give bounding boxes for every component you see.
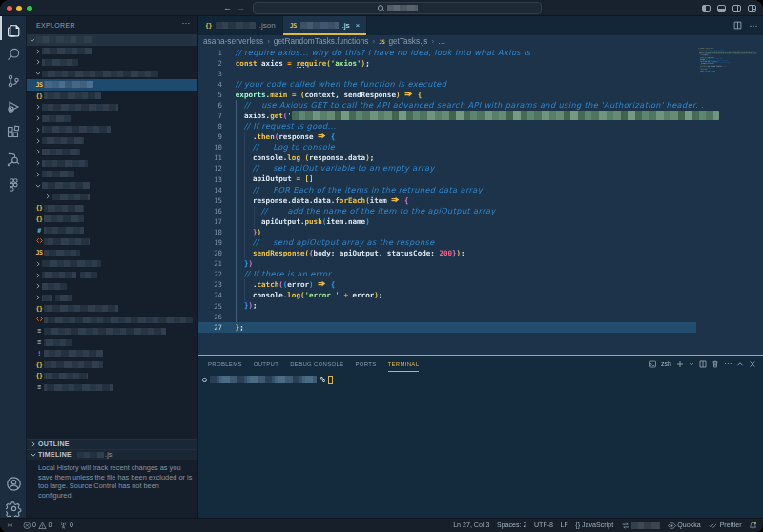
tree-folder-row[interactable] (27, 68, 197, 79)
nav-back-icon[interactable]: ← (223, 3, 232, 13)
tab-active[interactable]: JS.js× (283, 16, 368, 35)
command-center-search[interactable] (253, 2, 542, 14)
status-item-ports[interactable]: 0 (59, 522, 72, 530)
extensions-icon[interactable] (6, 125, 21, 140)
tree-folder-row[interactable] (27, 180, 197, 192)
hubspot-icon[interactable] (6, 152, 21, 167)
activity-item-figma[interactable] (0, 173, 27, 197)
accounts-icon[interactable] (6, 476, 22, 492)
breadcrumb-item[interactable]: getTasks.js (388, 36, 427, 46)
toggle-panel-icon[interactable] (717, 5, 726, 12)
zoom-window-button[interactable] (27, 6, 32, 11)
panel-tab-output[interactable]: OUTPUT (254, 356, 278, 373)
tree-folder-row[interactable] (27, 102, 197, 113)
status-item-utf-8[interactable]: UTF-8 (534, 522, 553, 529)
settings-icon[interactable] (6, 501, 22, 517)
new-terminal-icon[interactable] (676, 360, 684, 368)
source-control-icon[interactable] (6, 73, 21, 89)
tree-file-row[interactable]: {} (27, 202, 197, 214)
panel-tab-ports[interactable]: PORTS (355, 356, 376, 373)
close-panel-icon[interactable] (749, 360, 756, 368)
more-actions-icon[interactable]: ⋯ (750, 21, 759, 31)
status-item-error[interactable]: 0 (23, 522, 36, 530)
tree-folder-row[interactable] (27, 270, 197, 281)
tree-file-row[interactable]: ≡ (27, 326, 197, 338)
tree-file-row[interactable]: {} (27, 303, 197, 315)
toggle-sidebar-right-icon[interactable] (732, 5, 741, 12)
tree-file-row[interactable]: {} (27, 371, 197, 382)
search-icon[interactable] (6, 47, 21, 62)
status-item-ln-27-col-3[interactable]: Ln 27, Col 3 (453, 522, 489, 529)
activity-item-source-control[interactable] (0, 69, 27, 93)
activity-item-accounts[interactable] (0, 471, 27, 496)
more-actions-icon[interactable]: ⋯ (724, 359, 732, 368)
activity-item-explorer[interactable] (0, 18, 27, 43)
status-item-lf[interactable]: LF (561, 522, 568, 529)
status-item--javascript[interactable]: {} JavaScript (575, 522, 613, 529)
tree-folder-row[interactable] (27, 281, 197, 293)
tree-file-row[interactable]: JS (27, 79, 197, 91)
status-item-check[interactable]: Prettier (708, 522, 741, 529)
minimize-window-button[interactable] (16, 6, 22, 11)
tree-folder-row[interactable] (27, 113, 197, 124)
close-window-button[interactable] (7, 6, 12, 11)
tree-file-row[interactable]: # (27, 225, 197, 236)
tree-file-row[interactable]: JS (27, 247, 197, 258)
tree-file-row[interactable]: ! (27, 348, 197, 359)
customize-layout-icon[interactable] (748, 5, 756, 12)
files-icon[interactable] (6, 22, 22, 38)
chevron-down-icon[interactable] (689, 361, 694, 367)
code-editor[interactable]: 1234567891011121314151617181920212223242… (198, 48, 763, 355)
nav-forward-icon[interactable]: → (237, 3, 245, 13)
activity-item-search[interactable] (0, 42, 27, 67)
breadcrumb-item[interactable]: … (438, 36, 445, 46)
tree-folder-row[interactable] (27, 124, 197, 135)
close-tab-icon[interactable]: × (356, 21, 361, 30)
tree-folder-row[interactable] (27, 258, 197, 270)
tree-folder-row[interactable] (27, 57, 197, 69)
tree-file-row[interactable]: {} (27, 214, 197, 225)
tree-file-row[interactable] (27, 236, 197, 248)
timeline-section-header[interactable]: TIMELINE .js (27, 449, 197, 460)
explorer-more-actions-icon[interactable]: ⋯ (182, 19, 191, 28)
breadcrumb[interactable]: asana-serverless›getRandomTasks.function… (198, 35, 763, 48)
split-terminal-icon[interactable] (699, 360, 707, 368)
tree-file-row[interactable]: ≡ (27, 337, 197, 348)
outline-section-header[interactable]: OUTLINE (27, 439, 197, 449)
figma-icon[interactable] (6, 177, 21, 193)
status-item-remote[interactable] (7, 522, 13, 529)
status-item-warning[interactable]: 0 (38, 522, 52, 530)
split-editor-icon[interactable] (733, 21, 742, 30)
status-item-sync[interactable] (621, 522, 661, 530)
breadcrumb-item[interactable]: getRandomTasks.functions (274, 36, 369, 46)
minimap[interactable]: // require axios... why do this? I have … (698, 48, 763, 354)
terminal-content[interactable]: % (202, 375, 333, 385)
status-item-bell[interactable] (749, 522, 757, 530)
breadcrumb-item[interactable]: asana-serverless (203, 36, 263, 46)
toggle-sidebar-left-icon[interactable] (702, 5, 711, 12)
panel-tab-terminal[interactable]: TERMINAL (388, 356, 420, 373)
tree-folder-row[interactable] (27, 192, 197, 203)
panel-tab-debug-console[interactable]: DEBUG CONSOLE (290, 356, 343, 373)
tree-file-row[interactable] (27, 315, 197, 326)
activity-item-run-debug[interactable] (0, 94, 27, 119)
tree-folder-row[interactable] (27, 157, 197, 169)
tree-folder-row[interactable] (27, 135, 197, 147)
tab-inactive[interactable]: {}.json (198, 16, 283, 35)
tree-folder-row[interactable] (27, 46, 197, 57)
status-item-spaces-2[interactable]: Spaces: 2 (497, 522, 527, 529)
tree-file-row[interactable]: {} (27, 359, 197, 371)
tree-file-row[interactable]: ≡ (27, 381, 197, 393)
tree-file-row[interactable]: {} (27, 91, 197, 102)
activity-item-extensions[interactable] (0, 120, 27, 145)
panel-tab-problems[interactable]: PROBLEMS (208, 356, 242, 373)
kill-terminal-icon[interactable] (711, 360, 719, 368)
tree-folder-row[interactable] (27, 292, 197, 303)
maximize-panel-icon[interactable] (736, 360, 744, 368)
tree-folder-row[interactable] (27, 34, 197, 46)
run-debug-icon[interactable] (6, 99, 21, 114)
tree-folder-row[interactable] (27, 169, 197, 180)
shell-label[interactable]: zsh (661, 360, 671, 367)
tree-folder-row[interactable] (27, 147, 197, 158)
status-item-eye[interactable]: Quokka (668, 522, 701, 529)
